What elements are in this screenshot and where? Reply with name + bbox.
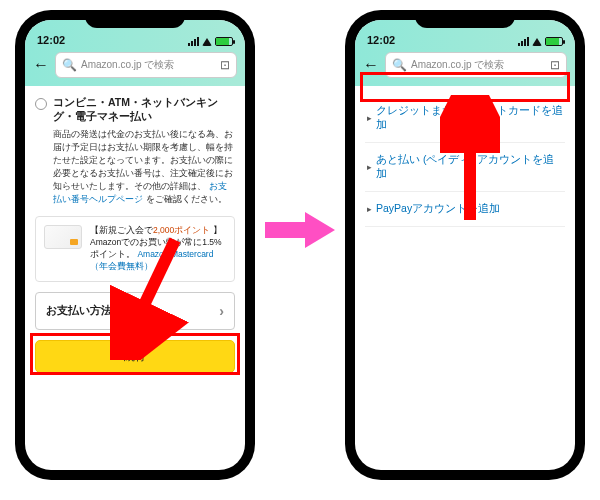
search-icon: 🔍	[392, 58, 407, 72]
promo-card[interactable]: 【新規ご入会で2,000ポイント 】Amazonでのお買い物が常に1.5%ポイン…	[35, 216, 235, 282]
svg-marker-0	[265, 212, 335, 248]
status-time: 12:02	[37, 34, 65, 46]
payment-method-title: コンビニ・ATM・ネットバンキング・電子マネー払い	[53, 96, 235, 124]
promo-text: 【新規ご入会で2,000ポイント 】Amazonでのお買い物が常に1.5%ポイン…	[90, 225, 226, 273]
search-icon: 🔍	[62, 58, 77, 72]
phone-notch	[415, 10, 515, 28]
add-credit-debit-card-option[interactable]: ▸ クレジットまたはデビットカードを追加	[365, 94, 565, 143]
search-bar: ← 🔍 Amazon.co.jp で検索 ⊡	[355, 48, 575, 86]
camera-search-icon[interactable]: ⊡	[220, 58, 230, 72]
status-icons	[188, 37, 233, 46]
payment-options-list: ▸ クレジットまたはデビットカードを追加 ▸ あと払い (ペイディ) アカウント…	[355, 86, 575, 235]
signal-icon	[518, 37, 529, 46]
status-icons	[518, 37, 563, 46]
search-bar: ← 🔍 Amazon.co.jp で検索 ⊡	[25, 48, 245, 86]
battery-icon	[545, 37, 563, 46]
search-placeholder: Amazon.co.jp で検索	[411, 58, 546, 72]
phone-frame-left: 12:02 ← 🔍 Amazon.co.jp で検索 ⊡	[15, 10, 255, 480]
add-paidy-account-option[interactable]: ▸ あと払い (ペイディ) アカウントを追加	[365, 143, 565, 192]
caret-right-icon: ▸	[367, 113, 372, 123]
wifi-icon	[202, 38, 212, 46]
back-icon[interactable]: ←	[363, 56, 379, 74]
phone-screen-left: 12:02 ← 🔍 Amazon.co.jp で検索 ⊡	[25, 20, 245, 470]
search-placeholder: Amazon.co.jp で検索	[81, 58, 216, 72]
add-payment-label: お支払い方法を追加	[46, 303, 145, 318]
back-icon[interactable]: ←	[33, 56, 49, 74]
credit-card-icon	[44, 225, 82, 249]
checkout-content: コンビニ・ATM・ネットバンキング・電子マネー払い 商品の発送は代金のお支払い後…	[25, 86, 245, 383]
continue-button[interactable]: 続行	[35, 340, 235, 373]
add-paypay-account-option[interactable]: ▸ PayPayアカウントを追加	[365, 192, 565, 227]
phone-screen-right: 12:02 ← 🔍 Amazon.co.jp で検索 ⊡ ▸ クレジッ	[355, 20, 575, 470]
battery-icon	[215, 37, 233, 46]
search-input[interactable]: 🔍 Amazon.co.jp で検索 ⊡	[55, 52, 237, 78]
chevron-right-icon: ›	[219, 303, 224, 319]
signal-icon	[188, 37, 199, 46]
status-time: 12:02	[367, 34, 395, 46]
radio-unselected-icon[interactable]	[35, 98, 47, 110]
caret-right-icon: ▸	[367, 162, 372, 172]
step-arrow-icon	[265, 210, 335, 250]
add-payment-method-button[interactable]: お支払い方法を追加 ›	[35, 292, 235, 330]
caret-right-icon: ▸	[367, 204, 372, 214]
phone-notch	[85, 10, 185, 28]
payment-method-desc: 商品の発送は代金のお支払い後になる為、お届け予定日はお支払い期限を考慮し、幅を持…	[53, 128, 235, 206]
tutorial-canvas: 12:02 ← 🔍 Amazon.co.jp で検索 ⊡	[0, 0, 600, 500]
search-input[interactable]: 🔍 Amazon.co.jp で検索 ⊡	[385, 52, 567, 78]
payment-method-row[interactable]: コンビニ・ATM・ネットバンキング・電子マネー払い 商品の発送は代金のお支払い後…	[35, 96, 235, 206]
wifi-icon	[532, 38, 542, 46]
phone-frame-right: 12:02 ← 🔍 Amazon.co.jp で検索 ⊡ ▸ クレジッ	[345, 10, 585, 480]
camera-search-icon[interactable]: ⊡	[550, 58, 560, 72]
